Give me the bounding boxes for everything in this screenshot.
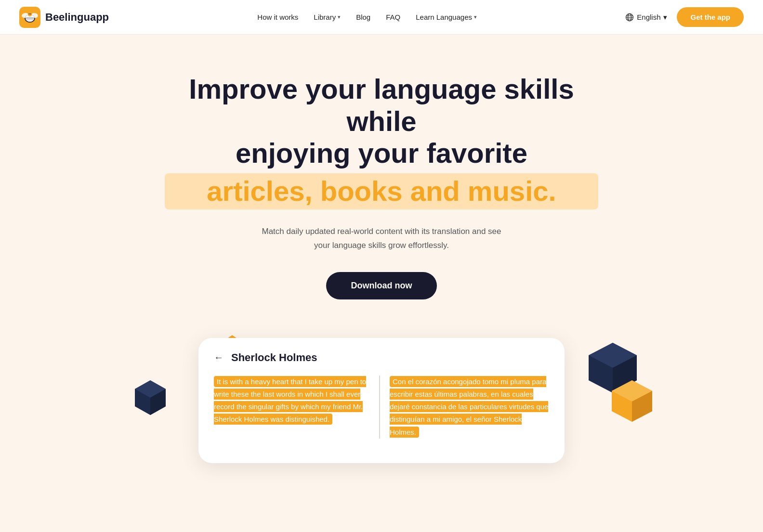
globe-icon (625, 13, 634, 22)
card-title: Sherlock Holmes (231, 351, 317, 364)
hero-headline: Improve your language skills while enjoy… (165, 73, 598, 209)
navbar: Beelinguapp How it works Library ▾ Blog … (0, 0, 763, 35)
spanish-highlighted-text: Con el corazón acongojado tomo mi pluma … (390, 376, 548, 438)
dark-cube-left-decoration (131, 376, 170, 415)
svg-point-9 (30, 13, 31, 14)
hero-section: Improve your language skills while enjoy… (0, 35, 763, 319)
app-card: ← Sherlock Holmes It is with a heavy hea… (198, 338, 565, 463)
nav-item-learn-languages[interactable]: Learn Languages ▾ (416, 13, 477, 21)
svg-point-8 (29, 13, 30, 14)
hero-subtitle: Match daily updated real-world content w… (261, 225, 502, 253)
text-column-spanish: Con el corazón acongojado tomo mi pluma … (379, 376, 549, 439)
text-column-english: It is with a heavy heart that I take up … (214, 376, 379, 439)
hero-headline-highlight: articles, books and music. (165, 173, 598, 209)
get-app-button[interactable]: Get the app (677, 7, 744, 27)
nav-item-blog[interactable]: Blog (356, 13, 370, 21)
hero-headline-line2: enjoying your favorite (236, 137, 527, 169)
nav-item-how-it-works[interactable]: How it works (257, 13, 298, 21)
lang-chevron-icon: ▾ (663, 13, 667, 22)
english-highlighted-text: It is with a heavy heart that I take up … (214, 376, 366, 425)
app-preview-container: ← Sherlock Holmes It is with a heavy hea… (92, 338, 671, 482)
logo[interactable]: Beelinguapp (19, 7, 109, 28)
spanish-text: Con el corazón acongojado tomo mi pluma … (390, 376, 549, 439)
nav-right: English ▾ Get the app (625, 7, 744, 27)
nav-item-library[interactable]: Library ▾ (314, 13, 341, 21)
chevron-down-icon: ▾ (474, 14, 477, 20)
nav-item-faq[interactable]: FAQ (386, 13, 400, 21)
card-header: ← Sherlock Holmes (214, 351, 549, 364)
nav-links: How it works Library ▾ Blog FAQ Learn La… (257, 13, 477, 21)
svg-rect-3 (26, 17, 34, 19)
logo-text: Beelinguapp (45, 11, 109, 24)
chevron-down-icon: ▾ (338, 14, 341, 20)
back-arrow-icon[interactable]: ← (214, 352, 224, 363)
orange-cube-right-decoration (608, 376, 656, 425)
text-columns: It is with a heavy heart that I take up … (214, 376, 549, 439)
svg-point-7 (28, 13, 32, 16)
language-label: English (637, 13, 660, 21)
english-text: It is with a heavy heart that I take up … (214, 376, 373, 426)
hero-headline-line1: Improve your language skills while (189, 73, 574, 137)
language-selector[interactable]: English ▾ (625, 13, 667, 22)
svg-rect-4 (26, 19, 34, 20)
bee-logo-icon (19, 7, 40, 28)
download-button[interactable]: Download now (326, 272, 437, 299)
